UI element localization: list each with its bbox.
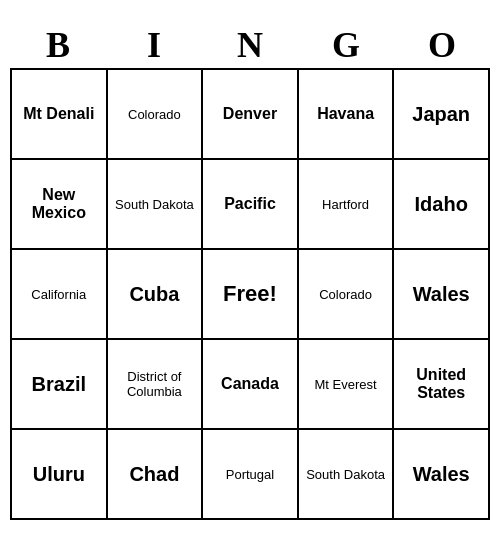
header-letter-o: O	[394, 24, 490, 66]
bingo-cell-row2-col4: Wales	[394, 250, 490, 340]
bingo-cell-row1-col1: South Dakota	[108, 160, 204, 250]
header-letter-b: B	[10, 24, 106, 66]
bingo-cell-row1-col4: Idaho	[394, 160, 490, 250]
bingo-cell-row3-col3: Mt Everest	[299, 340, 395, 430]
bingo-cell-row0-col2: Denver	[203, 70, 299, 160]
bingo-cell-row0-col4: Japan	[394, 70, 490, 160]
bingo-grid: Mt DenaliColoradoDenverHavanaJapanNew Me…	[10, 68, 490, 520]
header-letter-n: N	[202, 24, 298, 66]
header-letter-i: I	[106, 24, 202, 66]
bingo-cell-row4-col3: South Dakota	[299, 430, 395, 520]
bingo-cell-row4-col2: Portugal	[203, 430, 299, 520]
bingo-cell-row0-col1: Colorado	[108, 70, 204, 160]
bingo-cell-row2-col3: Colorado	[299, 250, 395, 340]
bingo-cell-row1-col3: Hartford	[299, 160, 395, 250]
bingo-card: BINGO Mt DenaliColoradoDenverHavanaJapan…	[10, 24, 490, 520]
bingo-cell-row2-col2: Free!	[203, 250, 299, 340]
bingo-cell-row4-col4: Wales	[394, 430, 490, 520]
bingo-cell-row1-col0: New Mexico	[12, 160, 108, 250]
header-letter-g: G	[298, 24, 394, 66]
bingo-cell-row3-col2: Canada	[203, 340, 299, 430]
bingo-header: BINGO	[10, 24, 490, 66]
bingo-cell-row0-col0: Mt Denali	[12, 70, 108, 160]
bingo-cell-row3-col4: United States	[394, 340, 490, 430]
bingo-cell-row4-col1: Chad	[108, 430, 204, 520]
bingo-cell-row3-col1: District of Columbia	[108, 340, 204, 430]
bingo-cell-row0-col3: Havana	[299, 70, 395, 160]
bingo-cell-row3-col0: Brazil	[12, 340, 108, 430]
bingo-cell-row2-col1: Cuba	[108, 250, 204, 340]
bingo-cell-row1-col2: Pacific	[203, 160, 299, 250]
bingo-cell-row2-col0: California	[12, 250, 108, 340]
bingo-cell-row4-col0: Uluru	[12, 430, 108, 520]
